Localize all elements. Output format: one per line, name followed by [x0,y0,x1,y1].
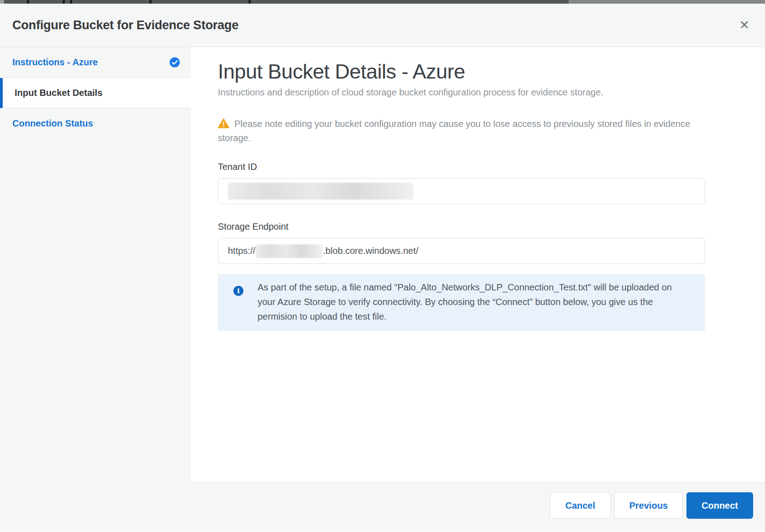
sidebar-item-input-bucket-details[interactable]: Input Bucket Details [0,78,191,108]
info-icon: i [233,286,243,296]
steps-sidebar: Instructions - Azure Input Bucket Detail… [0,47,191,483]
redacted-tenant-id-value [228,183,413,200]
page-subtitle: Instructions and description of cloud st… [218,87,765,98]
configure-bucket-dialog: Configure Bucket for Evidence Storage ✕ … [0,0,765,532]
sidebar-item-label: Input Bucket Details [15,88,102,98]
warning-text: Please note editing your bucket configur… [218,119,690,143]
dialog-title: Configure Bucket for Evidence Storage [12,18,238,32]
cancel-button[interactable]: Cancel [550,492,611,519]
endpoint-url-prefix: https:// [228,246,255,256]
connect-button[interactable]: Connect [686,492,753,519]
background-edge-mark [63,0,65,4]
tenant-id-label: Tenant ID [218,162,765,172]
background-edge-segment [569,0,765,4]
storage-endpoint-label: Storage Endpoint [218,221,765,232]
tenant-id-field[interactable] [218,178,705,204]
redacted-account-name [256,244,322,258]
info-note: i As part of the setup, a file named "Pa… [218,274,705,331]
background-edge-mark [27,0,29,4]
dialog-footer: Cancel Previous Connect [0,483,765,532]
background-edge-mark [70,0,72,4]
step-complete-check-icon [169,57,180,68]
sidebar-item-connection-status[interactable]: Connection Status [0,108,191,138]
previous-button[interactable]: Previous [614,492,683,519]
dialog-header: Configure Bucket for Evidence Storage ✕ [0,4,765,47]
step-content: Input Bucket Details - Azure Instruction… [191,47,765,483]
storage-endpoint-field[interactable]: https:// .blob.core.windows.net/ [218,238,705,264]
background-page-edge [0,0,765,4]
page-title: Input Bucket Details - Azure [218,59,765,84]
sidebar-item-label: Connection Status [12,118,93,129]
sidebar-item-label: Instructions - Azure [12,57,98,68]
background-edge-mark [248,0,251,4]
dialog-body: Instructions - Azure Input Bucket Detail… [0,47,765,483]
close-icon[interactable]: ✕ [737,17,751,33]
endpoint-url-suffix: .blob.core.windows.net/ [323,246,418,256]
warning-triangle-icon [218,118,229,128]
sidebar-item-instructions-azure[interactable]: Instructions - Azure [0,47,191,78]
info-note-text: As part of the setup, a file named "Palo… [258,280,691,324]
background-edge-mark [149,0,152,4]
warning-note: Please note editing your bucket configur… [218,117,691,145]
background-edge-segment [0,0,4,4]
